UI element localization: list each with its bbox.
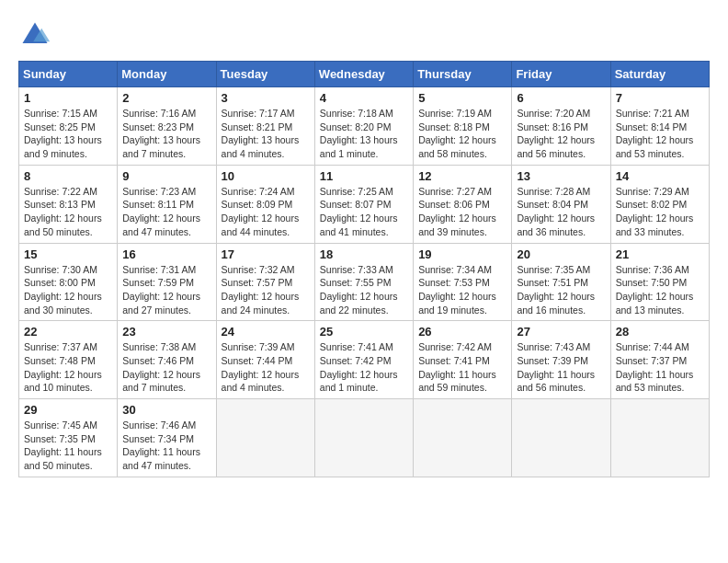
calendar-cell: 2Sunrise: 7:16 AM Sunset: 8:23 PM Daylig… (118, 87, 216, 166)
day-number: 21 (616, 247, 704, 261)
day-info: Sunrise: 7:15 AM Sunset: 8:25 PM Dayligh… (24, 107, 112, 161)
day-number: 13 (517, 169, 605, 183)
day-info: Sunrise: 7:22 AM Sunset: 8:13 PM Dayligh… (24, 185, 112, 239)
day-info: Sunrise: 7:35 AM Sunset: 7:51 PM Dayligh… (517, 263, 605, 317)
week-row-3: 15Sunrise: 7:30 AM Sunset: 8:00 PM Dayli… (19, 243, 710, 321)
calendar-cell: 22Sunrise: 7:37 AM Sunset: 7:48 PM Dayli… (19, 321, 118, 399)
calendar-cell: 24Sunrise: 7:39 AM Sunset: 7:44 PM Dayli… (216, 321, 314, 399)
day-info: Sunrise: 7:28 AM Sunset: 8:04 PM Dayligh… (517, 185, 605, 239)
day-info: Sunrise: 7:34 AM Sunset: 7:53 PM Dayligh… (418, 263, 506, 317)
calendar-cell: 6Sunrise: 7:20 AM Sunset: 8:16 PM Daylig… (512, 87, 610, 166)
day-number: 9 (122, 169, 210, 183)
logo (18, 18, 55, 52)
day-number: 14 (616, 169, 704, 183)
calendar-cell: 13Sunrise: 7:28 AM Sunset: 8:04 PM Dayli… (512, 165, 610, 243)
day-number: 19 (418, 247, 506, 261)
col-header-sunday: Sunday (19, 62, 118, 87)
day-number: 15 (24, 247, 112, 261)
day-number: 25 (320, 325, 408, 339)
calendar-cell: 7Sunrise: 7:21 AM Sunset: 8:14 PM Daylig… (610, 87, 709, 166)
calendar-cell: 15Sunrise: 7:30 AM Sunset: 8:00 PM Dayli… (19, 243, 118, 321)
week-row-1: 1Sunrise: 7:15 AM Sunset: 8:25 PM Daylig… (19, 87, 710, 166)
day-info: Sunrise: 7:44 AM Sunset: 7:37 PM Dayligh… (616, 340, 704, 395)
day-number: 26 (418, 325, 506, 339)
day-info: Sunrise: 7:42 AM Sunset: 7:41 PM Dayligh… (418, 340, 506, 395)
week-row-5: 29Sunrise: 7:45 AM Sunset: 7:35 PM Dayli… (19, 399, 710, 477)
day-info: Sunrise: 7:24 AM Sunset: 8:09 PM Dayligh… (222, 185, 310, 239)
col-header-saturday: Saturday (610, 62, 709, 87)
page-header (18, 18, 710, 52)
day-number: 17 (222, 247, 310, 261)
calendar-cell: 25Sunrise: 7:41 AM Sunset: 7:42 PM Dayli… (314, 321, 413, 399)
col-header-tuesday: Tuesday (216, 62, 314, 87)
day-info: Sunrise: 7:32 AM Sunset: 7:57 PM Dayligh… (222, 263, 310, 317)
calendar-cell: 21Sunrise: 7:36 AM Sunset: 7:50 PM Dayli… (610, 243, 709, 321)
day-info: Sunrise: 7:36 AM Sunset: 7:50 PM Dayligh… (616, 263, 704, 317)
calendar-cell: 30Sunrise: 7:46 AM Sunset: 7:34 PM Dayli… (118, 399, 216, 477)
day-info: Sunrise: 7:17 AM Sunset: 8:21 PM Dayligh… (222, 107, 310, 161)
day-info: Sunrise: 7:20 AM Sunset: 8:16 PM Dayligh… (517, 107, 605, 161)
day-info: Sunrise: 7:45 AM Sunset: 7:35 PM Dayligh… (24, 419, 112, 473)
calendar-cell: 20Sunrise: 7:35 AM Sunset: 7:51 PM Dayli… (512, 243, 610, 321)
day-number: 11 (320, 169, 408, 183)
day-number: 24 (222, 325, 310, 339)
calendar-cell: 4Sunrise: 7:18 AM Sunset: 8:20 PM Daylig… (314, 87, 413, 166)
week-row-2: 8Sunrise: 7:22 AM Sunset: 8:13 PM Daylig… (19, 165, 710, 243)
day-number: 6 (517, 91, 605, 105)
calendar-cell: 5Sunrise: 7:19 AM Sunset: 8:18 PM Daylig… (414, 87, 512, 166)
day-number: 5 (418, 91, 506, 105)
calendar-cell: 18Sunrise: 7:33 AM Sunset: 7:55 PM Dayli… (314, 243, 413, 321)
day-number: 18 (320, 247, 408, 261)
calendar-cell: 12Sunrise: 7:27 AM Sunset: 8:06 PM Dayli… (414, 165, 512, 243)
day-info: Sunrise: 7:18 AM Sunset: 8:20 PM Dayligh… (320, 107, 408, 161)
calendar-cell: 3Sunrise: 7:17 AM Sunset: 8:21 PM Daylig… (216, 87, 314, 166)
day-info: Sunrise: 7:31 AM Sunset: 7:59 PM Dayligh… (122, 263, 210, 317)
calendar-cell: 26Sunrise: 7:42 AM Sunset: 7:41 PM Dayli… (414, 321, 512, 399)
calendar-cell: 8Sunrise: 7:22 AM Sunset: 8:13 PM Daylig… (19, 165, 118, 243)
col-header-friday: Friday (512, 62, 610, 87)
week-row-4: 22Sunrise: 7:37 AM Sunset: 7:48 PM Dayli… (19, 321, 710, 399)
day-info: Sunrise: 7:16 AM Sunset: 8:23 PM Dayligh… (122, 107, 210, 161)
day-number: 12 (418, 169, 506, 183)
calendar-cell: 11Sunrise: 7:25 AM Sunset: 8:07 PM Dayli… (314, 165, 413, 243)
calendar-cell (512, 399, 610, 477)
day-number: 3 (222, 91, 310, 105)
calendar-cell: 27Sunrise: 7:43 AM Sunset: 7:39 PM Dayli… (512, 321, 610, 399)
day-number: 1 (24, 91, 112, 105)
calendar-cell: 16Sunrise: 7:31 AM Sunset: 7:59 PM Dayli… (118, 243, 216, 321)
col-header-thursday: Thursday (414, 62, 512, 87)
day-info: Sunrise: 7:38 AM Sunset: 7:46 PM Dayligh… (122, 340, 210, 395)
col-header-wednesday: Wednesday (314, 62, 413, 87)
day-number: 29 (24, 403, 112, 417)
day-info: Sunrise: 7:41 AM Sunset: 7:42 PM Dayligh… (320, 340, 408, 395)
logo-icon (18, 18, 51, 52)
calendar-cell: 17Sunrise: 7:32 AM Sunset: 7:57 PM Dayli… (216, 243, 314, 321)
day-info: Sunrise: 7:27 AM Sunset: 8:06 PM Dayligh… (418, 185, 506, 239)
header-row: SundayMondayTuesdayWednesdayThursdayFrid… (19, 62, 710, 87)
day-number: 10 (222, 169, 310, 183)
calendar-cell: 9Sunrise: 7:23 AM Sunset: 8:11 PM Daylig… (118, 165, 216, 243)
day-number: 30 (122, 403, 210, 417)
calendar-cell (314, 399, 413, 477)
day-number: 16 (122, 247, 210, 261)
day-number: 22 (24, 325, 112, 339)
day-number: 20 (517, 247, 605, 261)
calendar-cell (414, 399, 512, 477)
day-number: 4 (320, 91, 408, 105)
calendar-table: SundayMondayTuesdayWednesdayThursdayFrid… (18, 61, 710, 477)
day-info: Sunrise: 7:29 AM Sunset: 8:02 PM Dayligh… (616, 185, 704, 239)
day-info: Sunrise: 7:33 AM Sunset: 7:55 PM Dayligh… (320, 263, 408, 317)
calendar-cell (610, 399, 709, 477)
calendar-cell: 29Sunrise: 7:45 AM Sunset: 7:35 PM Dayli… (19, 399, 118, 477)
calendar-cell: 1Sunrise: 7:15 AM Sunset: 8:25 PM Daylig… (19, 87, 118, 166)
day-info: Sunrise: 7:23 AM Sunset: 8:11 PM Dayligh… (122, 185, 210, 239)
calendar-cell: 23Sunrise: 7:38 AM Sunset: 7:46 PM Dayli… (118, 321, 216, 399)
day-info: Sunrise: 7:46 AM Sunset: 7:34 PM Dayligh… (122, 419, 210, 473)
day-number: 2 (122, 91, 210, 105)
day-info: Sunrise: 7:19 AM Sunset: 8:18 PM Dayligh… (418, 107, 506, 161)
day-number: 7 (616, 91, 704, 105)
day-number: 27 (517, 325, 605, 339)
day-info: Sunrise: 7:30 AM Sunset: 8:00 PM Dayligh… (24, 263, 112, 317)
day-info: Sunrise: 7:21 AM Sunset: 8:14 PM Dayligh… (616, 107, 704, 161)
day-number: 8 (24, 169, 112, 183)
